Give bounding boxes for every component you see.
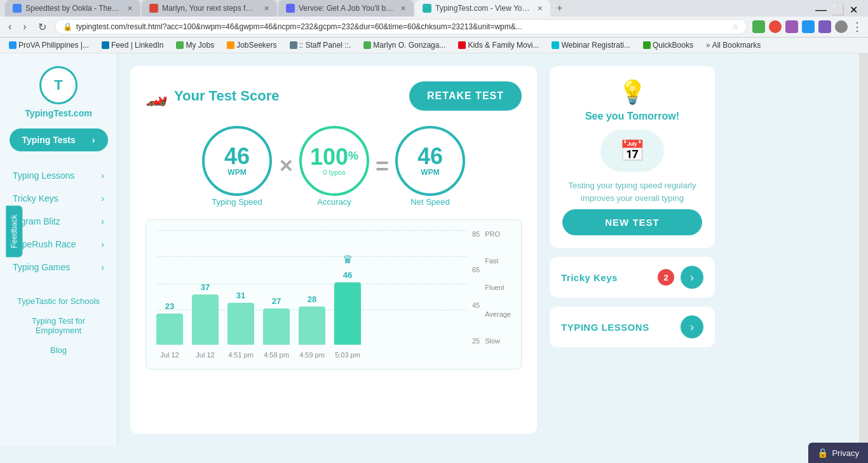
bar-value-6: 46 bbox=[343, 270, 352, 280]
level-fast: Fast bbox=[485, 257, 511, 265]
new-tab-button[interactable]: + bbox=[552, 0, 567, 17]
bm-favicon bbox=[227, 41, 234, 49]
tricky-keys-label: Tricky Keys bbox=[561, 272, 651, 283]
bookmark-prova[interactable]: ProVA Philippines |... bbox=[5, 39, 93, 51]
y-axis-area: 85 65 45 25 PRO Fast Fluent Average Slow bbox=[467, 230, 511, 359]
nav-label: Tricky Keys bbox=[13, 193, 58, 204]
new-test-button[interactable]: NEW TEST bbox=[562, 209, 702, 235]
bookmark-webinar[interactable]: Webinar Registrati... bbox=[548, 39, 634, 51]
level-slow: Slow bbox=[485, 337, 511, 345]
url-input[interactable]: 🔒 typingtest.com/result.html?acc=100&nwp… bbox=[55, 19, 747, 34]
sidebar-item-typing-games[interactable]: Typing Games › bbox=[0, 256, 117, 279]
score-card: 🏎️ Your Test Score RETAKE TEST 46 WPM Ty… bbox=[130, 66, 537, 434]
tab-close-icon[interactable]: ✕ bbox=[400, 4, 406, 13]
bookmark-more[interactable]: » All Bookmarks bbox=[702, 39, 764, 51]
bookmark-jobseekers[interactable]: JobSeekers bbox=[223, 39, 280, 51]
accuracy-label: Accuracy bbox=[317, 197, 351, 207]
y-label-65: 65 bbox=[472, 266, 480, 273]
tab-close-icon[interactable]: ✕ bbox=[537, 4, 543, 13]
tab-close-icon[interactable]: ✕ bbox=[264, 4, 269, 13]
bookmark-myjobs[interactable]: My Jobs bbox=[172, 39, 218, 51]
see-you-card: 💡 See you Tomorrow! 📅 Testing your typin… bbox=[550, 66, 715, 248]
sidebar-item-typing-lessons[interactable]: Typing Lessons › bbox=[0, 164, 117, 187]
bm-label: Kids & Family Movi... bbox=[468, 41, 539, 50]
reload-button[interactable]: ↻ bbox=[35, 20, 50, 34]
y-label-85: 85 bbox=[472, 230, 480, 238]
typing-lessons-arrow-button[interactable]: › bbox=[681, 315, 703, 338]
tab-gmail[interactable]: Marlyn, Your next steps for th... ✕ bbox=[142, 0, 277, 17]
tab-typingtest[interactable]: TypingTest.com - View Your Ty... ✕ bbox=[415, 0, 550, 17]
typing-speed-unit: WPM bbox=[227, 168, 246, 177]
tricky-keys-arrow-button[interactable]: › bbox=[681, 266, 703, 289]
bookmarks-bar: ProVA Philippines |... Feed | LinkedIn M… bbox=[0, 38, 868, 53]
star-icon[interactable]: ☆ bbox=[732, 22, 739, 31]
bars-row: 23 37 31 bbox=[156, 230, 467, 345]
level-pro: PRO bbox=[485, 230, 511, 238]
privacy-icon: 🔒 bbox=[817, 448, 828, 458]
feedback-tab[interactable]: Feedback bbox=[6, 206, 22, 258]
ext-icon-3[interactable] bbox=[785, 20, 798, 33]
logo-icon: T bbox=[54, 77, 62, 93]
bookmark-quickbooks[interactable]: QuickBooks bbox=[639, 39, 697, 51]
menu-button[interactable]: ⋮ bbox=[851, 20, 863, 34]
bookmark-netflix[interactable]: Kids & Family Movi... bbox=[454, 39, 543, 51]
tricky-keys-card[interactable]: Tricky Keys 2 › bbox=[550, 257, 715, 298]
bar-6 bbox=[334, 282, 361, 345]
bar-col-4: 27 bbox=[263, 296, 290, 345]
maximize-button[interactable]: ⬜ bbox=[832, 4, 844, 16]
nav-arrow: › bbox=[101, 170, 104, 181]
profile-icon[interactable] bbox=[835, 20, 848, 33]
tab-favicon bbox=[286, 4, 295, 13]
bookmark-marlyn[interactable]: Marlyn O. Gonzaga... bbox=[360, 39, 449, 51]
ext-icon-1[interactable] bbox=[752, 20, 765, 33]
multiply-operator: ✕ bbox=[278, 156, 293, 177]
ext-icon-2[interactable] bbox=[769, 20, 782, 33]
bm-favicon bbox=[643, 41, 651, 49]
score-title-area: 🏎️ Your Test Score bbox=[146, 86, 279, 107]
bar-1 bbox=[156, 314, 183, 345]
time-labels: Jul 12 Jul 12 4:51 pm 4:58 pm 4:59 pm 5:… bbox=[156, 349, 467, 359]
back-button[interactable]: ‹ bbox=[5, 20, 15, 34]
forward-button[interactable]: › bbox=[20, 20, 29, 34]
tabs-bar: Speedtest by Ookla - The Glob... ✕ Marly… bbox=[0, 0, 868, 17]
typing-lessons-card[interactable]: TYPING LESSONS › bbox=[550, 307, 715, 347]
typing-tests-button[interactable]: Typing Tests › bbox=[10, 128, 108, 151]
bar-2 bbox=[192, 294, 219, 345]
bar-value-4: 27 bbox=[272, 296, 281, 306]
scrollbar[interactable] bbox=[859, 53, 868, 446]
privacy-button[interactable]: 🔒 Privacy bbox=[808, 443, 868, 463]
tab-close-icon[interactable]: ✕ bbox=[127, 4, 133, 13]
tab-title: Vervoe: Get A Job You'll be Gr... bbox=[299, 4, 394, 13]
ext-icon-4[interactable] bbox=[802, 20, 815, 33]
close-window-button[interactable]: ✕ bbox=[850, 4, 858, 16]
time-1: Jul 12 bbox=[156, 351, 183, 359]
bookmark-staffpanel[interactable]: :: Staff Panel ::. bbox=[286, 39, 355, 51]
browser-chrome: Speedtest by Ookla - The Glob... ✕ Marly… bbox=[0, 0, 868, 53]
sidebar-logo: T TypingTest.com bbox=[25, 66, 92, 118]
typing-speed-value: 46 bbox=[224, 145, 250, 168]
sidebar-item-typetastic[interactable]: TypeTastic for Schools bbox=[0, 291, 117, 311]
minimize-button[interactable]: — bbox=[815, 3, 827, 17]
sidebar-item-employment[interactable]: Typing Test for Employment bbox=[0, 311, 117, 340]
time-4: 4:58 pm bbox=[263, 351, 290, 359]
tab-favicon bbox=[149, 4, 158, 13]
time-2: Jul 12 bbox=[192, 351, 219, 359]
speedometer-icon: 🏎️ bbox=[146, 86, 168, 107]
bar-col-2: 37 bbox=[192, 282, 219, 345]
right-panel: 💡 See you Tomorrow! 📅 Testing your typin… bbox=[550, 66, 715, 434]
bookmark-linkedin[interactable]: Feed | LinkedIn bbox=[98, 39, 168, 51]
chart-inner: 23 37 31 bbox=[156, 230, 511, 359]
bar-3 bbox=[227, 303, 254, 345]
typing-speed-col: 46 WPM Typing Speed bbox=[202, 126, 272, 207]
bm-label: :: Staff Panel ::. bbox=[299, 41, 351, 50]
ext-icon-5[interactable] bbox=[818, 20, 831, 33]
sidebar-item-blog[interactable]: Blog bbox=[0, 340, 117, 360]
logo-text: TypingTest.com bbox=[25, 108, 92, 118]
retake-test-button[interactable]: RETAKE TEST bbox=[409, 81, 522, 111]
time-6: 5:03 pm bbox=[334, 351, 361, 359]
score-title: Your Test Score bbox=[174, 88, 279, 104]
tricky-keys-badge: 2 bbox=[658, 269, 674, 286]
typing-speed-label: Typing Speed bbox=[212, 197, 262, 207]
tab-speedtest[interactable]: Speedtest by Ookla - The Glob... ✕ bbox=[5, 0, 140, 17]
tab-vervoe[interactable]: Vervoe: Get A Job You'll be Gr... ✕ bbox=[278, 0, 414, 17]
